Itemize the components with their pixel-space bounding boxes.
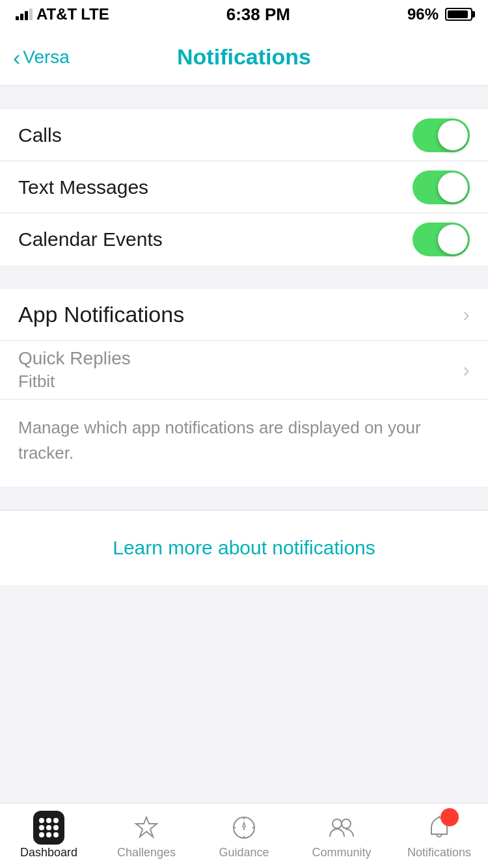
tab-challenges[interactable]: Challenges bbox=[98, 812, 195, 860]
app-notifications-row[interactable]: App Notifications › bbox=[0, 289, 488, 341]
calendar-events-label: Calendar Events bbox=[18, 228, 163, 251]
toggles-section: Calls Text Messages Calendar Events bbox=[0, 109, 488, 265]
quick-replies-content: Quick Replies Fitbit bbox=[18, 348, 131, 392]
svg-marker-0 bbox=[136, 817, 157, 837]
calls-toggle-thumb bbox=[438, 120, 468, 150]
quick-replies-label: Quick Replies bbox=[18, 348, 131, 369]
network-label: LTE bbox=[81, 5, 109, 23]
calls-toggle[interactable] bbox=[413, 118, 470, 152]
app-notifications-chevron-icon: › bbox=[463, 303, 470, 327]
section-gap-top bbox=[0, 86, 488, 109]
status-right: 96% bbox=[407, 5, 472, 23]
description-section: Manage which app notifications are displ… bbox=[0, 400, 488, 487]
svg-point-8 bbox=[342, 819, 351, 828]
calls-label: Calls bbox=[18, 124, 62, 146]
status-left: AT&T LTE bbox=[16, 5, 109, 23]
carrier-label: AT&T bbox=[36, 5, 77, 23]
text-messages-label: Text Messages bbox=[18, 176, 148, 198]
back-label: Versa bbox=[23, 47, 70, 68]
time-label: 6:38 PM bbox=[226, 5, 290, 25]
notifications-badge bbox=[441, 808, 459, 826]
battery-icon bbox=[445, 8, 472, 21]
dashboard-tab-icon bbox=[33, 812, 64, 843]
app-notifications-label: App Notifications bbox=[18, 302, 184, 327]
back-chevron-icon: ‹ bbox=[13, 46, 20, 68]
tab-community[interactable]: Community bbox=[293, 812, 390, 860]
notifications-tab-label: Notifications bbox=[407, 846, 471, 860]
description-text: Manage which app notifications are displ… bbox=[18, 418, 421, 463]
community-tab-icon bbox=[326, 812, 357, 843]
quick-replies-chevron-icon: › bbox=[463, 358, 470, 382]
calendar-events-row: Calendar Events bbox=[0, 213, 488, 265]
challenges-tab-icon bbox=[131, 812, 162, 843]
guidance-tab-icon bbox=[228, 812, 260, 843]
calendar-events-toggle[interactable] bbox=[413, 223, 470, 256]
text-messages-row: Text Messages bbox=[0, 161, 488, 213]
text-messages-toggle-thumb bbox=[438, 172, 468, 202]
section-gap-learn bbox=[0, 487, 488, 510]
tab-dashboard[interactable]: Dashboard bbox=[0, 812, 98, 860]
guidance-tab-label: Guidance bbox=[219, 846, 269, 860]
tab-guidance[interactable]: Guidance bbox=[195, 812, 293, 860]
calls-row: Calls bbox=[0, 109, 488, 161]
status-bar: AT&T LTE 6:38 PM 96% bbox=[0, 0, 488, 29]
dashboard-tab-label: Dashboard bbox=[20, 846, 77, 860]
back-button[interactable]: ‹ Versa bbox=[13, 46, 70, 68]
tab-notifications[interactable]: Notifications bbox=[390, 812, 488, 860]
section-gap-middle bbox=[0, 265, 488, 289]
empty-space bbox=[0, 585, 488, 767]
page-title: Notifications bbox=[177, 44, 311, 70]
battery-percentage: 96% bbox=[407, 5, 439, 23]
calendar-events-toggle-thumb bbox=[438, 224, 468, 254]
nav-bar: ‹ Versa Notifications bbox=[0, 29, 488, 86]
svg-point-2 bbox=[243, 828, 245, 830]
notifications-tab-icon bbox=[424, 812, 455, 843]
text-messages-toggle[interactable] bbox=[413, 170, 470, 204]
quick-replies-row[interactable]: Quick Replies Fitbit › bbox=[0, 341, 488, 400]
app-notifications-section: App Notifications › Quick Replies Fitbit… bbox=[0, 289, 488, 487]
learn-more-link[interactable]: Learn more about notifications bbox=[113, 537, 375, 558]
quick-replies-subtitle: Fitbit bbox=[18, 372, 131, 392]
challenges-tab-label: Challenges bbox=[117, 846, 176, 860]
svg-point-7 bbox=[332, 819, 342, 828]
tab-bar: Dashboard Challenges Guidance bbox=[0, 803, 488, 868]
community-tab-label: Community bbox=[312, 846, 371, 860]
learn-more-section: Learn more about notifications bbox=[0, 510, 488, 585]
signal-icon bbox=[16, 8, 33, 20]
